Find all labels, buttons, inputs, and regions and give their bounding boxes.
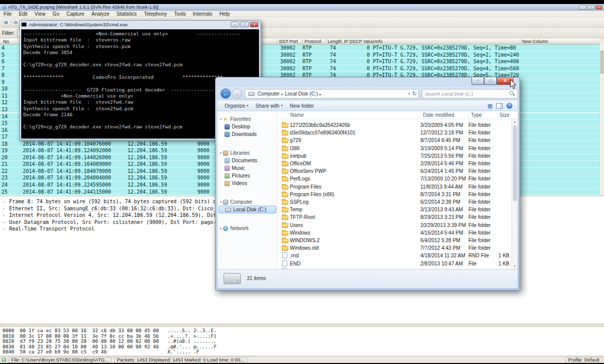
refresh-icon[interactable] <box>412 91 417 97</box>
maximize-button[interactable] <box>240 22 249 27</box>
forward-button[interactable] <box>232 88 242 99</box>
address-dropdown-icon[interactable] <box>408 92 410 96</box>
minimize-button[interactable] <box>231 22 239 27</box>
column-header-info[interactable]: Info <box>373 39 382 44</box>
menu-go[interactable]: Go <box>49 11 63 17</box>
hex-row[interactable]: 0000 00 1f ca ec 83 53 00 16 32 c6 db 33… <box>3 328 604 334</box>
file-row[interactable]: PerfLogs7/13/2009 10:20 PMFile folder <box>278 175 511 183</box>
file-column-header-date-modified[interactable]: Date modified <box>420 112 454 119</box>
expander-icon[interactable]: ▾ <box>219 200 223 204</box>
column-header-length[interactable]: Length <box>326 39 342 44</box>
scroll-down-icon[interactable]: ▼ <box>512 264 517 269</box>
close-button[interactable] <box>250 22 258 27</box>
menu-file[interactable]: File <box>0 11 15 17</box>
pane-splitter[interactable] <box>0 324 604 327</box>
back-button[interactable] <box>221 88 231 99</box>
file-column-header-size[interactable]: Size <box>483 112 509 119</box>
scrollbar-thumb[interactable] <box>513 125 517 201</box>
expander-icon[interactable]: ▾ <box>219 151 223 155</box>
file-row[interactable]: SSPLog6/2/2014 2:38 PMFile folder <box>278 198 511 206</box>
search-box[interactable]: Search Local Disk (C:) <box>422 89 518 99</box>
menu-help[interactable]: Help <box>216 11 234 17</box>
menu-internals[interactable]: Internals <box>189 11 215 17</box>
file-row[interactable]: d3e09dacc07e8963400f410112/7/2012 3:18 P… <box>278 129 511 136</box>
breadcrumb-local-disk-c[interactable]: Local Disk (C:) <box>283 91 320 97</box>
file-row[interactable]: I3863/19/2009 5:14 PMFile folder <box>278 145 511 152</box>
menu-statistics[interactable]: Statistics <box>113 11 140 17</box>
minimize-button[interactable] <box>471 77 484 85</box>
expander-icon[interactable]: ▸ <box>219 226 223 231</box>
file-row[interactable]: OfficeDM2/28/2014 5:46 PMFile folder <box>278 160 511 167</box>
cmd-title-bar[interactable]: Administrator: C:\Windows\System32\cmd.e… <box>20 21 261 28</box>
column-header-dst-port[interactable]: DST Port <box>277 39 298 44</box>
hex-row[interactable]: 0040 58 ca 27 e0 b9 9e 08 c5 c9 46 X.'..… <box>3 349 604 355</box>
file-row[interactable]: Temp3/13/2013 9:43 AMFile folder <box>278 206 511 213</box>
breadcrumb-computer[interactable]: Computer <box>256 91 281 97</box>
expander-icon[interactable]: ▾ <box>219 117 223 121</box>
file-row[interactable]: Program Files11/8/2013 9:44 AMFile folde… <box>278 183 511 191</box>
file-row[interactable]: END2/8/2013 10:47 AMFile1 KB <box>278 260 511 267</box>
address-bar[interactable]: Computer▸Local Disk (C:)▸ <box>245 89 419 99</box>
sidebar-section-computer[interactable]: ▾Computer <box>219 198 276 206</box>
sidebar-section-libraries[interactable]: ▾Libraries <box>219 149 276 157</box>
share-with-button[interactable]: Share with <box>253 103 285 109</box>
sidebar-section-network[interactable]: ▸Network <box>219 224 276 232</box>
menu-edit[interactable]: Edit <box>15 11 31 17</box>
menu-view[interactable]: View <box>31 11 49 17</box>
sidebar-item-local-disk-c[interactable]: Local Disk (C:) <box>219 206 276 213</box>
file-row[interactable]: g7298/7/2014 6:45 PMFile folder <box>278 136 511 144</box>
column-header-new-column[interactable]: New Column <box>520 39 548 44</box>
file-row[interactable]: Users10/29/2013 3:39 PMFile folder <box>278 221 511 229</box>
maximize-button[interactable] <box>587 5 594 10</box>
file-column-header-name[interactable]: Name <box>288 112 304 119</box>
expander-icon[interactable]: ▹ <box>3 205 5 212</box>
expander-icon[interactable]: ▹ <box>3 225 5 233</box>
minimize-button[interactable] <box>579 5 586 10</box>
column-header-protocol[interactable]: Protocol <box>303 39 321 44</box>
sidebar-item-desktop[interactable]: Desktop <box>219 123 276 130</box>
sidebar-item-music[interactable]: Music <box>219 164 276 172</box>
sidebar-item-downloads[interactable]: Downloads <box>219 130 276 138</box>
file-row[interactable]: inetpub7/25/2013 5:56 PMFile folder <box>278 152 511 160</box>
expander-icon[interactable]: ▹ <box>3 212 5 219</box>
file-row[interactable]: TFTP-Root8/29/2013 3:23 PMFile folder <box>278 213 511 221</box>
scroll-up-icon[interactable]: ▲ <box>512 119 517 124</box>
file-row[interactable]: .rnd4/18/2014 11:32 AMRND File1 KB <box>278 252 511 259</box>
new-folder-button[interactable]: New folder <box>288 103 316 109</box>
file-column-header-type[interactable]: Type <box>468 112 482 119</box>
maximize-button[interactable] <box>484 77 497 85</box>
sidebar-section-favorites[interactable]: ▾★Favorites <box>219 115 276 123</box>
search-icon[interactable] <box>509 91 515 97</box>
help-icon[interactable] <box>506 103 512 109</box>
file-row[interactable]: WINDOWS.26/4/2012 5:28 PMFile folder <box>278 237 511 244</box>
file-row[interactable]: Windows4/15/2014 5:44 PMFile folder <box>278 229 511 237</box>
column-header-no[interactable]: No. <box>2 39 10 44</box>
expander-icon[interactable]: ▹ <box>3 198 5 205</box>
menu-analyze[interactable]: Analyze <box>88 11 113 17</box>
sidebar-item-documents[interactable]: Documents <box>219 157 276 164</box>
organize-button[interactable]: Organize <box>223 103 250 109</box>
close-button[interactable] <box>595 5 602 10</box>
sidebar-item-pictures[interactable]: Pictures <box>219 172 276 179</box>
capture-options-icon[interactable] <box>12 19 20 26</box>
menu-tools[interactable]: Tools <box>170 11 189 17</box>
menu-capture[interactable]: Capture <box>63 11 88 17</box>
wireshark-title-bar[interactable]: ATG_TX_SIDE.pcapng [Wireshark 1.8.1 (SVN… <box>0 4 604 11</box>
file-list-scrollbar[interactable]: ▲ ▼ <box>511 119 517 269</box>
packet-list-scrollbar[interactable] <box>599 44 604 196</box>
console-line: Synthesis speech file : steveros.pcm <box>23 43 259 50</box>
file-row[interactable]: Windows.old7/7/2012 4:43 PMFile folder <box>278 244 511 252</box>
interface-list-icon[interactable] <box>2 19 10 26</box>
file-row[interactable]: Program Files (x86)8/7/2014 3:31 PMFile … <box>278 191 511 198</box>
column-header-ip-dscp-value[interactable]: IP DSCP Value <box>342 39 375 44</box>
preview-pane-icon[interactable] <box>496 103 503 109</box>
status-profile[interactable]: Profile: Default <box>565 357 602 363</box>
sidebar-item-videos[interactable]: Videos <box>219 179 276 187</box>
views-icon[interactable] <box>488 103 493 109</box>
expert-info-icon[interactable] <box>2 357 6 362</box>
menu-telephony[interactable]: Telephony <box>140 11 170 17</box>
expander-icon[interactable]: ▹ <box>3 219 5 226</box>
file-row[interactable]: 1271f203b6c9a35422405b3/20/2009 4:05 PMF… <box>278 121 511 129</box>
file-row[interactable]: OfficeServ PWP6/24/2014 1:45 PMFile fold… <box>278 167 511 175</box>
scrollbar-thumb[interactable] <box>600 51 603 74</box>
